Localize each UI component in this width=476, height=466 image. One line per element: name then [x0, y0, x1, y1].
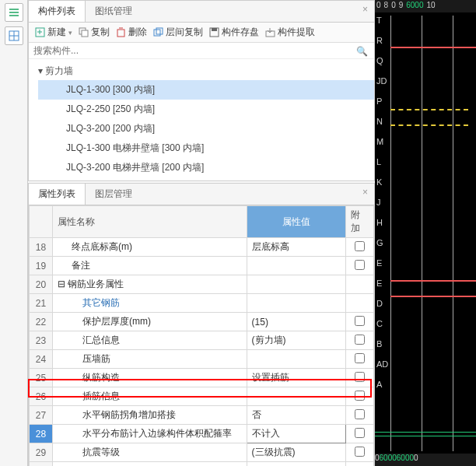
prop-extra[interactable]: [346, 294, 374, 313]
extra-checkbox[interactable]: [355, 316, 365, 326]
property-row[interactable]: 23汇总信息(剪力墙): [30, 331, 374, 350]
component-list-panel: 构件列表 图纸管理 × 新建▾ 复制 删除 层间复制 构件存盘 构件提取 🔍 ▾…: [28, 0, 375, 181]
tree-item[interactable]: JLQ-1-300 电梯井壁墙 [300 内墙]: [38, 138, 374, 158]
prop-value[interactable]: [247, 387, 345, 406]
property-row[interactable]: 19备注: [30, 257, 374, 275]
tab-property-list[interactable]: 属性列表: [29, 184, 86, 205]
prop-value[interactable]: [247, 350, 345, 369]
property-row[interactable]: 18终点底标高(m)层底标高: [30, 238, 374, 257]
property-row[interactable]: 29抗震等级(三级抗震): [30, 443, 374, 462]
delete-button[interactable]: 删除: [116, 26, 147, 39]
row-number: 19: [30, 257, 53, 275]
property-row[interactable]: 27水平钢筋拐角增加搭接否: [30, 406, 374, 425]
tree-item[interactable]: JLQ-3-200 [200 内墙]: [38, 119, 374, 138]
prop-value[interactable]: [247, 257, 345, 275]
property-row[interactable]: 26插筋信息: [30, 387, 374, 406]
prop-value[interactable]: [247, 294, 345, 313]
save-button[interactable]: 构件存盘: [209, 26, 259, 39]
prop-value[interactable]: (剪力墙): [247, 331, 345, 350]
property-row[interactable]: 21其它钢筋: [30, 294, 374, 313]
tree-parent-shearwall[interactable]: ▾ 剪力墙: [38, 62, 374, 80]
new-button[interactable]: 新建▾: [35, 26, 72, 39]
prop-value[interactable]: 层底标高: [247, 238, 345, 257]
property-row[interactable]: 24压墙筋: [30, 350, 374, 369]
prop-extra[interactable]: [346, 425, 374, 443]
prop-extra[interactable]: [346, 331, 374, 350]
layer-copy-button[interactable]: 层间复制: [153, 26, 203, 39]
extra-checkbox[interactable]: [355, 428, 365, 438]
tree-item[interactable]: JLQ-3-200 电梯井壁墙 [200 内墙]: [38, 158, 374, 177]
row-number: 30: [30, 462, 53, 467]
row-number: 21: [30, 294, 53, 313]
ruler-top: 0809600010: [375, 0, 476, 12]
prop-value[interactable]: 否: [247, 406, 345, 425]
prop-name: 其它钢筋: [53, 294, 247, 313]
close-icon[interactable]: ×: [356, 1, 374, 22]
col-rownum: [30, 206, 53, 238]
property-row[interactable]: 22保护层厚度(mm)(15): [30, 313, 374, 331]
tab-component-list[interactable]: 构件列表: [29, 1, 86, 22]
component-toolbar: 新建▾ 复制 删除 层间复制 构件存盘 构件提取: [29, 23, 374, 43]
extra-checkbox[interactable]: [355, 409, 365, 419]
copy-button[interactable]: 复制: [79, 26, 110, 39]
prop-extra[interactable]: [346, 462, 374, 467]
row-number: 25: [30, 369, 53, 387]
prop-name: ⊟ 钢筋业务属性: [53, 275, 247, 294]
tab-layer-mgmt[interactable]: 图层管理: [86, 184, 142, 205]
property-grid: 属性名称 属性值 附加 18终点底标高(m)层底标高19备注20⊟ 钢筋业务属性…: [29, 205, 374, 466]
extra-checkbox[interactable]: [355, 353, 365, 363]
prop-extra[interactable]: [346, 275, 374, 294]
property-row[interactable]: 25纵筋构造设置插筋: [30, 369, 374, 387]
search-input[interactable]: [33, 45, 369, 56]
row-number: 23: [30, 331, 53, 350]
extra-checkbox[interactable]: [355, 447, 365, 457]
svg-rect-10: [82, 30, 88, 37]
row-number: 27: [30, 406, 53, 425]
extra-checkbox[interactable]: [355, 335, 365, 345]
svg-rect-14: [156, 28, 163, 34]
tree-item[interactable]: JLQ-1-300 [300 内墙]: [38, 80, 374, 100]
prop-extra[interactable]: [346, 443, 374, 462]
prop-value[interactable]: 设置插筋: [247, 369, 345, 387]
property-row[interactable]: 28水平分布筋计入边缘构件体积配箍率不计入: [30, 425, 374, 443]
prop-value[interactable]: 按默认锚固搭接计算: [247, 462, 345, 467]
prop-value[interactable]: (三级抗震): [247, 443, 345, 462]
prop-extra[interactable]: [346, 406, 374, 425]
search-box[interactable]: 🔍: [29, 43, 374, 59]
prop-value[interactable]: [247, 275, 345, 294]
svg-rect-2: [9, 15, 19, 16]
prop-name: 抗震等级: [53, 443, 247, 462]
list-icon[interactable]: [5, 3, 23, 22]
prop-extra[interactable]: [346, 238, 374, 257]
prop-value[interactable]: 不计入: [247, 425, 345, 443]
grid-icon[interactable]: [5, 26, 23, 45]
prop-value[interactable]: (15): [247, 313, 345, 331]
prop-extra[interactable]: [346, 313, 374, 331]
property-panel: 属性列表 图层管理 × 属性名称 属性值 附加 18终点底标高(m)层底标高19…: [28, 183, 375, 466]
prop-extra[interactable]: [346, 350, 374, 369]
ruler-bottom: 0600060000: [375, 454, 476, 466]
search-icon[interactable]: 🔍: [356, 46, 368, 57]
prop-name: 水平分布筋计入边缘构件体积配箍率: [53, 425, 247, 443]
prop-name: 水平钢筋拐角增加搭接: [53, 406, 247, 425]
property-row[interactable]: 30锚固搭接按默认锚固搭接计算: [30, 462, 374, 467]
tab-drawing-mgmt[interactable]: 图纸管理: [86, 1, 142, 22]
extra-checkbox[interactable]: [355, 372, 365, 382]
svg-rect-13: [154, 30, 160, 36]
col-value: 属性值: [247, 206, 345, 238]
svg-rect-1: [9, 12, 19, 13]
svg-rect-0: [9, 9, 19, 10]
extra-checkbox[interactable]: [355, 260, 365, 270]
extract-button[interactable]: 构件提取: [265, 26, 315, 39]
close-icon[interactable]: ×: [356, 184, 374, 205]
cad-canvas[interactable]: 0809600010 TRQJDPNMLKJHGEEDCBADA 0600060…: [375, 0, 476, 466]
prop-name: 压墙筋: [53, 350, 247, 369]
prop-extra[interactable]: [346, 257, 374, 275]
prop-extra[interactable]: [346, 387, 374, 406]
prop-extra[interactable]: [346, 369, 374, 387]
extra-checkbox[interactable]: [355, 391, 365, 401]
tree-item[interactable]: JLQ-2-250 [250 内墙]: [38, 100, 374, 119]
property-row[interactable]: 20⊟ 钢筋业务属性: [30, 275, 374, 294]
prop-name: 纵筋构造: [53, 369, 247, 387]
extra-checkbox[interactable]: [355, 241, 365, 251]
